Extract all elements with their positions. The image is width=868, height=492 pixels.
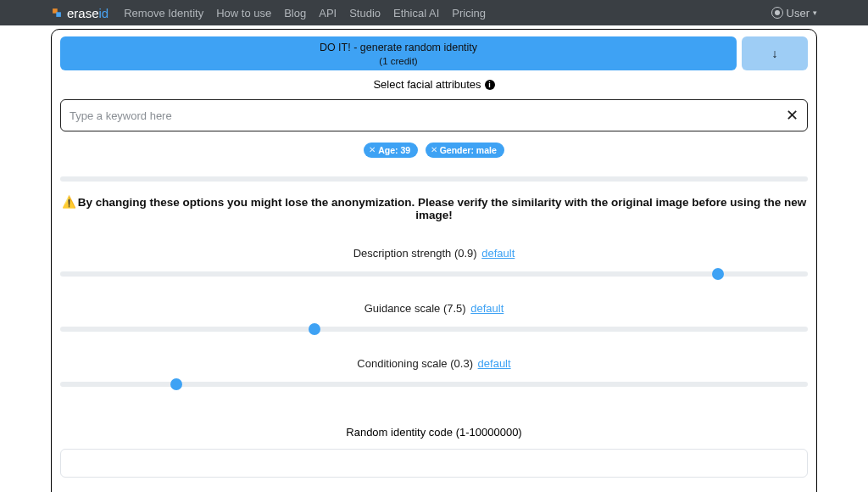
warning-icon: ⚠️ — [62, 196, 76, 209]
divider — [60, 176, 808, 182]
chip-remove-icon[interactable]: ✕ — [431, 145, 437, 154]
nav-blog[interactable]: Blog — [284, 7, 306, 20]
brand-logo-icon — [51, 7, 63, 19]
conditioning-default-link[interactable]: default — [478, 357, 511, 370]
nav-studio[interactable]: Studio — [349, 7, 381, 20]
guidance-scale-block: Guidance scale (7.5) default — [60, 302, 808, 332]
facial-attributes-label: Select facial attributes i — [60, 78, 808, 91]
guidance-default-link[interactable]: default — [470, 302, 504, 315]
brand-text: eraseid — [67, 6, 108, 20]
nav-remove-identity[interactable]: Remove Identity — [124, 7, 203, 20]
nav-links: Remove Identity How to use Blog API Stud… — [124, 7, 771, 20]
user-menu[interactable]: User ▾ — [771, 7, 817, 20]
keyword-input[interactable] — [70, 109, 786, 122]
download-button[interactable]: ↓ — [742, 36, 808, 70]
slider-thumb[interactable] — [309, 323, 320, 335]
description-strength-block: Description strength (0.9) default — [60, 247, 808, 277]
guidance-scale-label: Guidance scale (7.5) default — [60, 302, 808, 315]
nav-ethical-ai[interactable]: Ethical AI — [393, 7, 439, 20]
nav-pricing[interactable]: Pricing — [452, 7, 486, 20]
slider-thumb[interactable] — [170, 378, 182, 390]
options-panel: DO IT! - generate random identity (1 cre… — [51, 29, 817, 492]
slider-thumb[interactable] — [712, 268, 724, 280]
info-icon[interactable]: i — [485, 80, 495, 90]
generate-credit: (1 credit) — [60, 56, 737, 66]
user-icon — [771, 7, 783, 19]
chip-age[interactable]: ✕Age: 39 — [364, 143, 418, 158]
guidance-scale-slider[interactable] — [60, 327, 808, 332]
conditioning-scale-label: Conditioning scale (0.3) default — [60, 357, 808, 370]
user-label: User — [787, 7, 810, 20]
generate-row: DO IT! - generate random identity (1 cre… — [60, 36, 808, 70]
conditioning-scale-slider[interactable] — [60, 382, 808, 387]
description-strength-label: Description strength (0.9) default — [60, 247, 808, 260]
conditioning-scale-block: Conditioning scale (0.3) default — [60, 357, 808, 387]
chips-row: ✕Age: 39 ✕Gender: male — [60, 141, 808, 158]
keyword-box[interactable]: ✕ — [60, 99, 808, 131]
description-default-link[interactable]: default — [481, 247, 515, 260]
navbar: eraseid Remove Identity How to use Blog … — [0, 0, 868, 25]
chip-remove-icon[interactable]: ✕ — [369, 145, 376, 154]
brand[interactable]: eraseid — [51, 6, 108, 20]
download-icon: ↓ — [772, 47, 778, 60]
description-strength-slider[interactable] — [60, 271, 808, 277]
generate-button[interactable]: DO IT! - generate random identity (1 cre… — [60, 36, 737, 70]
nav-how-to-use[interactable]: How to use — [216, 7, 271, 20]
nav-api[interactable]: API — [319, 7, 337, 20]
random-code-label: Random identity code (1-10000000) — [60, 426, 808, 439]
random-code-input[interactable] — [60, 449, 808, 478]
chip-gender[interactable]: ✕Gender: male — [426, 143, 504, 158]
clear-keyword-icon[interactable]: ✕ — [786, 108, 798, 123]
generate-title: DO IT! - generate random identity — [60, 42, 737, 53]
warning-text: ⚠️By changing these options you might lo… — [60, 195, 808, 221]
caret-down-icon: ▾ — [813, 8, 817, 17]
